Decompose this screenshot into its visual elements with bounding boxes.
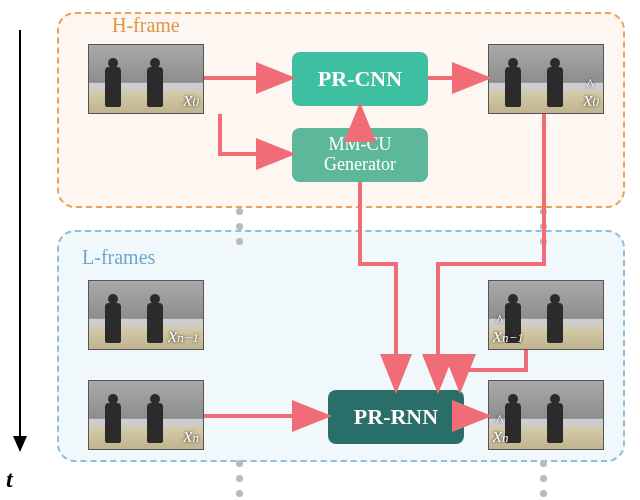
frame-xnm1-input: xn−1 xyxy=(88,280,204,350)
ellipsis-dots xyxy=(236,208,243,245)
frame-xnhat-label: xn xyxy=(493,424,508,447)
ellipsis-dots xyxy=(540,208,547,245)
lframes-title: L-frames xyxy=(80,246,157,269)
hframe-title: H-frame xyxy=(110,14,182,37)
frame-xn-output: xn xyxy=(488,380,604,450)
frame-x0-input: x0 xyxy=(88,44,204,114)
ellipsis-dots xyxy=(236,460,243,497)
frame-xnm1-label: xn−1 xyxy=(168,324,199,347)
frame-xn-label: xn xyxy=(184,424,199,447)
block-mm-cu: MM-CU Generator xyxy=(292,128,428,182)
frame-x0-label: x0 xyxy=(184,88,199,111)
frame-x0hat-label: x0 xyxy=(584,88,599,111)
frame-x0-output: x0 xyxy=(488,44,604,114)
frame-xnm1hat-label: xn−1 xyxy=(493,324,524,347)
architecture-diagram: t H-frame L-frames x0 x0 xn−1 xn−1 xn xyxy=(0,0,640,500)
block-pr-rnn: PR-RNN xyxy=(328,390,464,444)
time-axis xyxy=(19,30,21,450)
frame-xnm1-output: xn−1 xyxy=(488,280,604,350)
time-axis-label: t xyxy=(6,466,13,493)
frame-xn-input: xn xyxy=(88,380,204,450)
ellipsis-dots xyxy=(540,460,547,497)
block-pr-cnn: PR-CNN xyxy=(292,52,428,106)
